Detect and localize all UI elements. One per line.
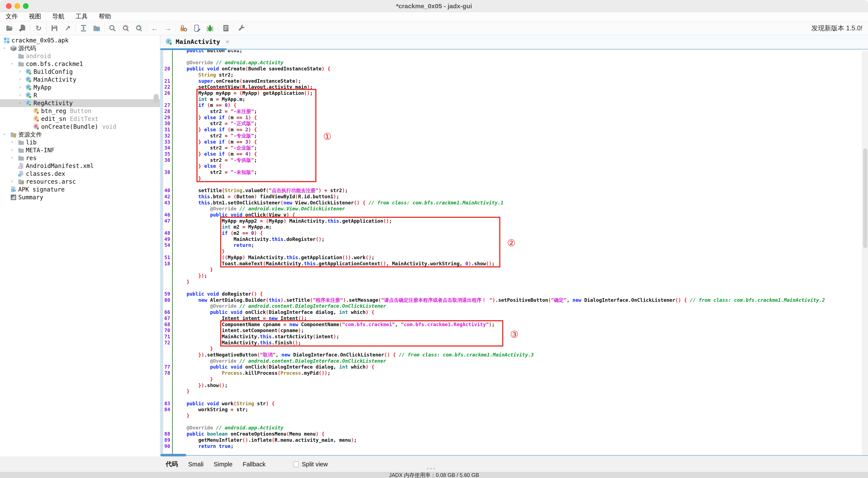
tree-item-APK_signature[interactable]: APK signature — [0, 185, 160, 193]
code-line[interactable]: @Override // android.content.DialogInter… — [160, 303, 868, 309]
open-file-icon[interactable] — [3, 23, 16, 34]
tab-mainactivity[interactable]: c MainActivity × — [160, 35, 234, 48]
search-class-icon[interactable] — [132, 23, 145, 34]
chevron-right-icon[interactable]: › — [10, 139, 14, 145]
code-line[interactable] — [160, 285, 868, 291]
code-line-89[interactable]: 89 getMenuInflater().inflate(R.menu.acti… — [160, 437, 868, 443]
code-line-77[interactable]: 77 public void onClick(DialogInterface d… — [160, 364, 868, 370]
code-line[interactable]: } — [160, 279, 868, 285]
save-project-icon[interactable] — [48, 23, 61, 34]
tree-item-AndroidManifest.xml[interactable]: MFAndroidManifest.xml — [0, 162, 160, 170]
code-line[interactable]: } — [160, 376, 868, 382]
menu-item-0[interactable]: 文件 — [5, 12, 23, 21]
chevron-right-icon[interactable]: › — [18, 84, 23, 90]
tree-item-android[interactable]: android — [0, 52, 160, 60]
export-icon[interactable]: ↗ — [61, 23, 74, 34]
drag-handle-dots[interactable]: ••• — [427, 466, 437, 472]
add-file-icon[interactable] — [16, 23, 29, 34]
tree-item-_[interactable]: ›资源文件 — [0, 131, 160, 139]
tree-item-onCreate_Bundle_[interactable]: monCreate(Bundle)void — [0, 123, 160, 131]
code-line[interactable] — [160, 394, 868, 400]
code-line[interactable]: @Override // android.view.View.OnClickLi… — [160, 206, 868, 212]
code-editor[interactable]: public Button btn1; @Override // android… — [160, 50, 868, 455]
flatten-packages-icon[interactable] — [77, 23, 90, 34]
code-line-83[interactable]: 83 public void work(String str) { — [160, 400, 868, 407]
tree-item-crackme_0x05.apk[interactable]: crackme_0x05.apk — [0, 36, 160, 44]
view-tab-fallback[interactable]: Fallback — [243, 461, 266, 468]
preferences-icon[interactable] — [235, 23, 248, 34]
code-line-66[interactable]: 66 public void onClick(DialogInterface d… — [160, 309, 868, 315]
code-line[interactable]: @Override // android.app.Activity — [160, 60, 868, 66]
code-line[interactable]: } — [160, 413, 868, 419]
split-view-checkbox[interactable] — [293, 461, 299, 467]
chevron-right-icon[interactable]: › — [10, 178, 14, 184]
editor-vertical-scrollbar-thumb[interactable] — [863, 148, 867, 248]
code-line[interactable]: @Override // android.content.DialogInter… — [160, 358, 868, 364]
tree-item-Summary[interactable]: Summary — [0, 193, 160, 201]
chevron-right-icon[interactable]: › — [18, 76, 23, 82]
tree-item-res[interactable]: ›res — [0, 154, 160, 162]
chevron-right-icon[interactable]: › — [18, 92, 23, 98]
code-line[interactable]: public Button btn1; — [160, 50, 868, 54]
code-line-20[interactable]: 20 public void onCreate(Bundle savedInst… — [160, 66, 868, 72]
code-line[interactable]: }).show(); — [160, 382, 868, 389]
view-tab-simple[interactable]: Simple — [214, 461, 233, 468]
tab-close-icon[interactable]: × — [226, 38, 229, 46]
tree-item-R[interactable]: ›cR — [0, 91, 160, 99]
tree-scrollbar-thumb[interactable] — [154, 94, 159, 103]
code-line[interactable]: } — [160, 267, 868, 273]
code-line-80[interactable]: 80 new AlertDialog.Builder(this).setTitl… — [160, 297, 868, 303]
chevron-right-icon[interactable]: › — [18, 68, 23, 74]
tree-item-classes.dex[interactable]: Jclasses.dex — [0, 170, 160, 178]
back-icon[interactable]: ← — [148, 23, 161, 34]
tree-item-resources.arsc[interactable]: ›resources.arsc — [0, 178, 160, 185]
log-viewer-icon[interactable] — [219, 23, 232, 34]
chevron-down-icon[interactable]: › — [18, 100, 23, 105]
editor-horizontal-scrollbar-thumb[interactable] — [160, 454, 186, 456]
tree-item-btn_reg[interactable]: fbtn_regButton — [0, 107, 160, 115]
menu-item-3[interactable]: 工具 — [70, 12, 93, 21]
code-line[interactable]: } — [160, 346, 868, 352]
tree-item-MyApp[interactable]: ›cMyApp — [0, 84, 160, 91]
code-line-21[interactable]: 21 super.onCreate(savedInstanceState); — [160, 78, 868, 84]
search-code-icon[interactable] — [119, 23, 132, 34]
code-line[interactable]: } — [160, 388, 868, 394]
editor-horizontal-scrollbar[interactable] — [160, 455, 868, 456]
menu-item-2[interactable]: 导航 — [46, 12, 70, 21]
update-notice-link[interactable]: 发现新版本 1.5.0! — [811, 24, 868, 33]
code-line[interactable]: }); — [160, 273, 868, 279]
chevron-right-icon[interactable]: › — [10, 155, 14, 160]
code-line-59[interactable]: 59 public void doRegister() { — [160, 291, 868, 297]
reload-icon[interactable]: ↻ — [32, 23, 45, 34]
menu-item-4[interactable]: 帮助 — [93, 12, 117, 21]
code-line[interactable]: String str2; — [160, 72, 868, 78]
forward-icon[interactable]: → — [161, 23, 175, 34]
code-line-43[interactable]: 43 this.btn1.setOnClickListener(new View… — [160, 200, 868, 206]
code-line[interactable] — [160, 54, 868, 60]
code-line[interactable] — [160, 419, 868, 425]
code-line-78[interactable]: 78 Process.killProcess(Process.myPid()); — [160, 370, 868, 376]
code-line[interactable] — [160, 181, 868, 187]
deobfuscation-icon[interactable] — [177, 23, 190, 34]
code-line-84[interactable]: 84 workString = str; — [160, 407, 868, 413]
tree-item-MainActivity[interactable]: ›cMainActivity — [0, 76, 160, 84]
view-tab-smali[interactable]: Smali — [188, 461, 204, 468]
menu-item-1[interactable]: 视图 — [23, 12, 46, 21]
debugger-icon[interactable] — [204, 23, 217, 34]
chevron-down-icon[interactable]: › — [9, 61, 15, 66]
device-icon[interactable] — [190, 23, 204, 34]
sync-with-editor-icon[interactable] — [90, 23, 103, 34]
code-line-40[interactable]: 40 setTitle(String.valueOf("点击执行功能去注册") … — [160, 187, 868, 193]
search-text-icon[interactable] — [106, 23, 119, 34]
code-line[interactable]: @Override // android.app.Activity — [160, 425, 868, 431]
tree-item-edit_sn[interactable]: fedit_snEditText — [0, 115, 160, 123]
code-line[interactable]: }).setNegativeButton("取消", new DialogInt… — [160, 352, 868, 358]
chevron-down-icon[interactable]: › — [2, 132, 8, 137]
tree-item-lib[interactable]: ›lib — [0, 139, 160, 146]
view-tab-code[interactable]: 代码 — [166, 460, 178, 469]
tree-item-_[interactable]: ›源代码 — [0, 44, 160, 52]
code-line-88[interactable]: 88 public boolean onCreateOptionsMenu(Me… — [160, 431, 868, 437]
chevron-right-icon[interactable]: › — [10, 147, 14, 153]
code-line-42[interactable]: 42 this.btn1 = (Button) findViewById(R.i… — [160, 193, 868, 200]
editor-vertical-scrollbar[interactable] — [862, 51, 868, 455]
